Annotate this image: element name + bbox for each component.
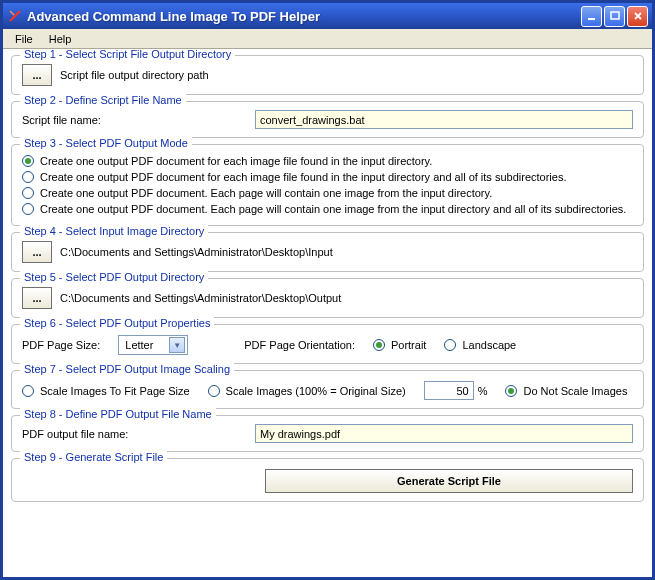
step8-group: Step 8 - Define PDF Output File Name PDF… — [11, 415, 644, 452]
step1-legend: Step 1 - Select Script File Output Direc… — [20, 49, 235, 60]
step3-opt2-label: Create one output PDF document for each … — [40, 171, 566, 183]
step4-browse-button[interactable]: ... — [22, 241, 52, 263]
step4-path: C:\Documents and Settings\Administrator\… — [60, 246, 333, 258]
svg-rect-0 — [588, 18, 595, 20]
step1-path: Script file output directory path — [60, 69, 209, 81]
scale-none-option[interactable]: Do Not Scale Images — [505, 385, 627, 397]
scale-none-label: Do Not Scale Images — [523, 385, 627, 397]
radio-icon — [505, 385, 517, 397]
scale-percent-input[interactable] — [424, 381, 474, 400]
radio-icon — [444, 339, 456, 351]
step5-path: C:\Documents and Settings\Administrator\… — [60, 292, 341, 304]
step1-browse-button[interactable]: ... — [22, 64, 52, 86]
scale-percent-option[interactable]: Scale Images (100% = Original Size) — [208, 385, 406, 397]
scale-fit-label: Scale Images To Fit Page Size — [40, 385, 190, 397]
step5-group: Step 5 - Select PDF Output Directory ...… — [11, 278, 644, 318]
step7-legend: Step 7 - Select PDF Output Image Scaling — [20, 363, 234, 375]
step3-option3[interactable]: Create one output PDF document. Each pag… — [22, 185, 633, 201]
radio-icon — [22, 203, 34, 215]
pdf-output-filename-input[interactable] — [255, 424, 633, 443]
step3-opt3-label: Create one output PDF document. Each pag… — [40, 187, 492, 199]
step3-opt4-label: Create one output PDF document. Each pag… — [40, 203, 626, 215]
step9-legend: Step 9 - Generate Script File — [20, 451, 167, 463]
step3-group: Step 3 - Select PDF Output Mode Create o… — [11, 144, 644, 226]
menu-help[interactable]: Help — [41, 31, 80, 47]
orientation-label: PDF Page Orientation: — [244, 339, 355, 351]
percent-suffix: % — [478, 385, 488, 397]
minimize-button[interactable] — [581, 6, 602, 27]
menu-file[interactable]: File — [7, 31, 41, 47]
script-file-name-input[interactable] — [255, 110, 633, 129]
step7-group: Step 7 - Select PDF Output Image Scaling… — [11, 370, 644, 409]
orientation-landscape[interactable]: Landscape — [444, 339, 516, 351]
page-size-label: PDF Page Size: — [22, 339, 100, 351]
step5-legend: Step 5 - Select PDF Output Directory — [20, 271, 208, 283]
step4-group: Step 4 - Select Input Image Directory ..… — [11, 232, 644, 272]
radio-icon — [22, 187, 34, 199]
step9-group: Step 9 - Generate Script File Generate S… — [11, 458, 644, 502]
svg-rect-1 — [611, 12, 619, 19]
menubar: File Help — [3, 29, 652, 49]
step2-label: Script file name: — [22, 114, 247, 126]
page-size-value: Letter — [125, 339, 153, 351]
step2-group: Step 2 - Define Script File Name Script … — [11, 101, 644, 138]
page-size-combo[interactable]: Letter ▼ — [118, 335, 188, 355]
radio-icon — [208, 385, 220, 397]
step3-opt1-label: Create one output PDF document for each … — [40, 155, 432, 167]
radio-icon — [22, 385, 34, 397]
pdf-output-label: PDF output file name: — [22, 428, 247, 440]
radio-icon — [373, 339, 385, 351]
step6-group: Step 6 - Select PDF Output Properties PD… — [11, 324, 644, 364]
step4-legend: Step 4 - Select Input Image Directory — [20, 225, 208, 237]
step1-group: Step 1 - Select Script File Output Direc… — [11, 55, 644, 95]
landscape-label: Landscape — [462, 339, 516, 351]
radio-icon — [22, 155, 34, 167]
radio-icon — [22, 171, 34, 183]
chevron-down-icon: ▼ — [169, 337, 185, 353]
scale-fit-option[interactable]: Scale Images To Fit Page Size — [22, 385, 190, 397]
step3-option2[interactable]: Create one output PDF document for each … — [22, 169, 633, 185]
window-title: Advanced Command Line Image To PDF Helpe… — [27, 9, 581, 24]
step5-browse-button[interactable]: ... — [22, 287, 52, 309]
maximize-button[interactable] — [604, 6, 625, 27]
titlebar: Advanced Command Line Image To PDF Helpe… — [3, 3, 652, 29]
step2-legend: Step 2 - Define Script File Name — [20, 94, 186, 106]
generate-script-button[interactable]: Generate Script File — [265, 469, 633, 493]
step3-option1[interactable]: Create one output PDF document for each … — [22, 153, 633, 169]
portrait-label: Portrait — [391, 339, 426, 351]
step6-legend: Step 6 - Select PDF Output Properties — [20, 317, 214, 329]
scale-percent-label: Scale Images (100% = Original Size) — [226, 385, 406, 397]
app-icon — [7, 8, 23, 24]
step3-option4[interactable]: Create one output PDF document. Each pag… — [22, 201, 633, 217]
close-button[interactable] — [627, 6, 648, 27]
step3-legend: Step 3 - Select PDF Output Mode — [20, 137, 192, 149]
step8-legend: Step 8 - Define PDF Output File Name — [20, 408, 216, 420]
orientation-portrait[interactable]: Portrait — [373, 339, 426, 351]
